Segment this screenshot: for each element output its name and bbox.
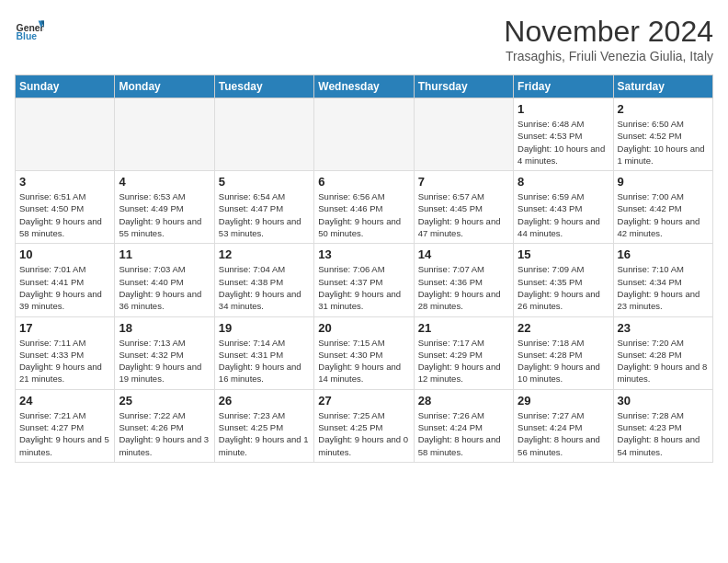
calendar-day-cell: 16Sunrise: 7:10 AM Sunset: 4:34 PM Dayli… [613,244,712,316]
day-info: Sunrise: 7:26 AM Sunset: 4:24 PM Dayligh… [418,409,509,458]
day-info: Sunrise: 7:13 AM Sunset: 4:32 PM Dayligh… [119,337,210,385]
calendar-day-cell: 2Sunrise: 6:50 AM Sunset: 4:52 PM Daylig… [613,98,712,171]
day-info: Sunrise: 6:50 AM Sunset: 4:52 PM Dayligh… [618,118,709,167]
month-title: November 2024 [504,15,713,49]
day-info: Sunrise: 7:21 AM Sunset: 4:27 PM Dayligh… [19,409,110,458]
calendar-day-cell: 4Sunrise: 6:53 AM Sunset: 4:49 PM Daylig… [115,171,214,244]
calendar-header-row: SundayMondayTuesdayWednesdayThursdayFrid… [16,75,713,98]
calendar-day-cell: 8Sunrise: 6:59 AM Sunset: 4:43 PM Daylig… [514,171,613,244]
calendar-day-header: Sunday [16,75,115,98]
calendar-day-cell: 20Sunrise: 7:15 AM Sunset: 4:30 PM Dayli… [314,316,414,389]
calendar-day-cell [314,98,414,171]
calendar-day-cell: 30Sunrise: 7:28 AM Sunset: 4:23 PM Dayli… [613,389,712,462]
day-number: 9 [618,175,709,189]
calendar-day-cell [115,98,214,171]
day-info: Sunrise: 6:59 AM Sunset: 4:43 PM Dayligh… [518,190,609,239]
calendar-day-cell: 22Sunrise: 7:18 AM Sunset: 4:28 PM Dayli… [514,316,613,389]
day-info: Sunrise: 7:09 AM Sunset: 4:35 PM Dayligh… [518,263,609,312]
day-number: 16 [618,247,709,261]
day-info: Sunrise: 7:23 AM Sunset: 4:25 PM Dayligh… [219,409,310,458]
calendar-day-header: Tuesday [214,75,313,98]
day-info: Sunrise: 7:17 AM Sunset: 4:29 PM Dayligh… [418,337,509,385]
calendar-day-cell: 24Sunrise: 7:21 AM Sunset: 4:27 PM Dayli… [16,389,115,462]
day-info: Sunrise: 6:56 AM Sunset: 4:46 PM Dayligh… [318,190,409,239]
calendar-day-cell: 21Sunrise: 7:17 AM Sunset: 4:29 PM Dayli… [414,316,513,389]
calendar-day-cell [414,98,513,171]
day-number: 17 [19,321,110,335]
day-number: 22 [518,321,609,335]
calendar-day-cell [16,98,115,171]
day-info: Sunrise: 6:53 AM Sunset: 4:49 PM Dayligh… [119,190,210,239]
day-number: 21 [418,321,509,335]
calendar-day-header: Saturday [613,75,712,98]
day-number: 26 [219,394,310,408]
calendar-day-cell: 3Sunrise: 6:51 AM Sunset: 4:50 PM Daylig… [16,171,115,244]
day-number: 5 [219,175,310,189]
day-info: Sunrise: 7:11 AM Sunset: 4:33 PM Dayligh… [19,337,110,385]
day-info: Sunrise: 7:06 AM Sunset: 4:37 PM Dayligh… [318,263,409,312]
day-info: Sunrise: 6:57 AM Sunset: 4:45 PM Dayligh… [418,190,509,239]
day-info: Sunrise: 7:18 AM Sunset: 4:28 PM Dayligh… [518,337,609,385]
calendar-day-cell: 11Sunrise: 7:03 AM Sunset: 4:40 PM Dayli… [115,244,214,316]
calendar-day-cell: 18Sunrise: 7:13 AM Sunset: 4:32 PM Dayli… [115,316,214,389]
day-info: Sunrise: 6:54 AM Sunset: 4:47 PM Dayligh… [219,190,310,239]
day-info: Sunrise: 7:25 AM Sunset: 4:25 PM Dayligh… [318,409,409,458]
calendar-day-cell: 10Sunrise: 7:01 AM Sunset: 4:41 PM Dayli… [16,244,115,316]
day-info: Sunrise: 7:03 AM Sunset: 4:40 PM Dayligh… [119,263,210,312]
day-number: 14 [418,247,509,261]
day-number: 8 [518,175,609,189]
day-number: 24 [19,394,110,408]
day-number: 1 [518,102,609,116]
calendar-day-cell: 9Sunrise: 7:00 AM Sunset: 4:42 PM Daylig… [613,171,712,244]
day-number: 27 [318,394,409,408]
day-number: 30 [618,394,709,408]
calendar-day-cell: 13Sunrise: 7:06 AM Sunset: 4:37 PM Dayli… [314,244,414,316]
calendar-day-cell: 5Sunrise: 6:54 AM Sunset: 4:47 PM Daylig… [214,171,313,244]
day-info: Sunrise: 7:04 AM Sunset: 4:38 PM Dayligh… [219,263,310,312]
calendar-day-cell: 26Sunrise: 7:23 AM Sunset: 4:25 PM Dayli… [214,389,313,462]
logo-icon: General Blue [15,15,44,44]
day-number: 29 [518,394,609,408]
calendar-week-row: 24Sunrise: 7:21 AM Sunset: 4:27 PM Dayli… [16,389,713,462]
logo: General Blue [15,15,44,44]
calendar-day-header: Monday [115,75,214,98]
day-number: 3 [19,175,110,189]
day-info: Sunrise: 7:27 AM Sunset: 4:24 PM Dayligh… [518,409,609,458]
day-number: 20 [318,321,409,335]
day-info: Sunrise: 6:48 AM Sunset: 4:53 PM Dayligh… [518,118,609,167]
day-number: 6 [318,175,409,189]
day-number: 10 [19,247,110,261]
calendar-week-row: 17Sunrise: 7:11 AM Sunset: 4:33 PM Dayli… [16,316,713,389]
calendar-table: SundayMondayTuesdayWednesdayThursdayFrid… [15,75,713,463]
calendar-day-cell: 14Sunrise: 7:07 AM Sunset: 4:36 PM Dayli… [414,244,513,316]
title-block: November 2024 Trasaghis, Friuli Venezia … [504,15,713,63]
day-info: Sunrise: 7:10 AM Sunset: 4:34 PM Dayligh… [618,263,709,312]
calendar-day-cell: 7Sunrise: 6:57 AM Sunset: 4:45 PM Daylig… [414,171,513,244]
day-number: 13 [318,247,409,261]
calendar-day-cell: 19Sunrise: 7:14 AM Sunset: 4:31 PM Dayli… [214,316,313,389]
calendar-day-cell: 23Sunrise: 7:20 AM Sunset: 4:28 PM Dayli… [613,316,712,389]
calendar-day-cell: 1Sunrise: 6:48 AM Sunset: 4:53 PM Daylig… [514,98,613,171]
day-info: Sunrise: 7:15 AM Sunset: 4:30 PM Dayligh… [318,337,409,385]
day-number: 2 [618,102,709,116]
day-info: Sunrise: 7:01 AM Sunset: 4:41 PM Dayligh… [19,263,110,312]
calendar-day-cell: 29Sunrise: 7:27 AM Sunset: 4:24 PM Dayli… [514,389,613,462]
page-header: General Blue November 2024 Trasaghis, Fr… [15,15,713,63]
day-number: 25 [119,394,210,408]
calendar-day-cell: 28Sunrise: 7:26 AM Sunset: 4:24 PM Dayli… [414,389,513,462]
day-number: 4 [119,175,210,189]
day-number: 7 [418,175,509,189]
calendar-day-cell: 6Sunrise: 6:56 AM Sunset: 4:46 PM Daylig… [314,171,414,244]
day-number: 18 [119,321,210,335]
calendar-day-cell: 15Sunrise: 7:09 AM Sunset: 4:35 PM Dayli… [514,244,613,316]
day-number: 28 [418,394,509,408]
calendar-week-row: 10Sunrise: 7:01 AM Sunset: 4:41 PM Dayli… [16,244,713,316]
day-info: Sunrise: 6:51 AM Sunset: 4:50 PM Dayligh… [19,190,110,239]
day-number: 11 [119,247,210,261]
calendar-day-header: Wednesday [314,75,414,98]
calendar-day-cell: 17Sunrise: 7:11 AM Sunset: 4:33 PM Dayli… [16,316,115,389]
day-number: 23 [618,321,709,335]
day-info: Sunrise: 7:14 AM Sunset: 4:31 PM Dayligh… [219,337,310,385]
calendar-day-cell: 27Sunrise: 7:25 AM Sunset: 4:25 PM Dayli… [314,389,414,462]
location-subtitle: Trasaghis, Friuli Venezia Giulia, Italy [504,49,713,63]
